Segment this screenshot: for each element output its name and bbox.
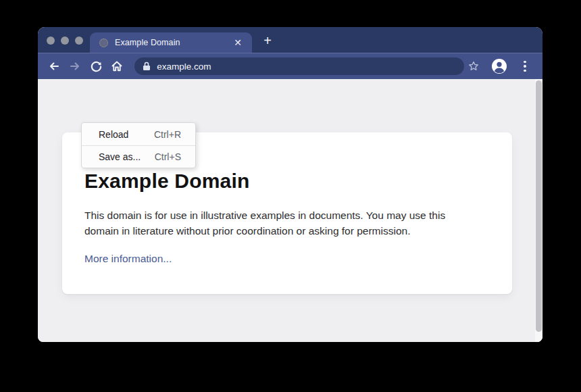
lock-icon <box>143 62 151 71</box>
new-tab-button[interactable]: + <box>258 32 277 49</box>
kebab-menu-icon <box>518 61 532 72</box>
scrollbar-track[interactable] <box>535 79 542 342</box>
address-bar[interactable]: example.com <box>134 57 464 75</box>
back-icon <box>47 59 61 73</box>
tab-favicon-icon <box>99 39 108 47</box>
back-button[interactable] <box>45 57 63 76</box>
star-icon <box>468 60 480 72</box>
home-button[interactable] <box>108 57 126 76</box>
bookmark-button[interactable] <box>464 57 483 76</box>
page-paragraph: This domain is for use in illustrative e… <box>84 208 480 239</box>
menu-item-shortcut: Ctrl+R <box>154 129 181 140</box>
window-controls <box>47 36 83 45</box>
page-viewport: Example Domain This domain is for use in… <box>38 79 542 342</box>
toolbar: example.com <box>38 53 542 79</box>
forward-button[interactable] <box>66 57 84 76</box>
tab-strip: Example Domain ✕ + <box>38 27 542 53</box>
url-text: example.com <box>157 62 211 72</box>
menu-item-label: Reload <box>99 129 128 140</box>
window-zoom-button[interactable] <box>75 36 83 45</box>
forward-icon <box>68 59 82 73</box>
tab-title: Example Domain <box>115 38 232 47</box>
tab-example-domain[interactable]: Example Domain ✕ <box>90 32 252 53</box>
window-close-button[interactable] <box>47 36 55 45</box>
context-menu-item-save-as[interactable]: Save as... Ctrl+S <box>82 145 195 168</box>
scrollbar-thumb[interactable] <box>536 80 542 332</box>
context-menu-item-reload[interactable]: Reload Ctrl+R <box>82 123 195 145</box>
browser-menu-button[interactable] <box>515 57 534 76</box>
context-menu: Reload Ctrl+R Save as... Ctrl+S <box>81 122 196 168</box>
reload-icon <box>90 60 103 73</box>
toolbar-right <box>464 57 534 76</box>
avatar-icon <box>491 58 507 74</box>
home-icon <box>110 59 124 73</box>
window-minimize-button[interactable] <box>61 36 69 45</box>
menu-item-shortcut: Ctrl+S <box>155 151 181 162</box>
page-title: Example Domain <box>84 170 482 193</box>
browser-window: Example Domain ✕ + <box>38 27 542 342</box>
profile-button[interactable] <box>490 57 509 76</box>
reload-button[interactable] <box>87 57 105 76</box>
tab-close-icon[interactable]: ✕ <box>232 36 244 49</box>
menu-item-label: Save as... <box>99 151 141 162</box>
more-information-link[interactable]: More information... <box>84 253 172 265</box>
